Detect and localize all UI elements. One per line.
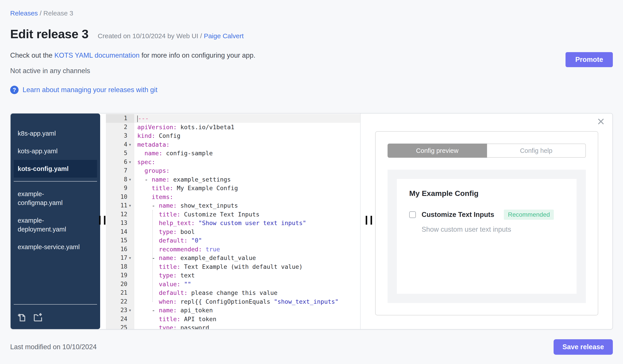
code-text: title: My Example Config bbox=[134, 184, 360, 193]
release-editor-page: Releases / Release 3 Edit release 3 Crea… bbox=[0, 0, 623, 355]
code-line[interactable]: 21 default: please change this value bbox=[106, 288, 360, 297]
code-line[interactable]: 6▾spec: bbox=[106, 158, 360, 166]
config-item-row: Customize Text Inputs Recommended bbox=[409, 210, 564, 220]
tab-config-preview[interactable]: Config preview bbox=[388, 143, 487, 158]
code-line[interactable]: 12 title: Customize Text Inputs bbox=[106, 210, 360, 219]
line-number-gutter: 17▾ bbox=[106, 254, 134, 263]
code-line[interactable]: 11▾ - name: show_text_inputs bbox=[106, 201, 360, 210]
file-list: k8s-app.yamlkots-app.yamlkots-config.yam… bbox=[11, 124, 100, 256]
close-preview-button[interactable] bbox=[597, 118, 605, 126]
yaml-code-editor[interactable]: 1---2apiVersion: kots.io/v1beta13kind: C… bbox=[106, 114, 361, 329]
breadcrumb-releases-link[interactable]: Releases bbox=[10, 9, 38, 17]
code-line[interactable]: 7 groups: bbox=[106, 166, 360, 175]
line-number-gutter: 3 bbox=[106, 131, 134, 140]
line-number-gutter: 16 bbox=[106, 245, 134, 254]
code-line[interactable]: 18 title: Text Example (with default val… bbox=[106, 263, 360, 271]
code-line[interactable]: 25 type: password bbox=[106, 323, 360, 329]
code-line[interactable]: 10 items: bbox=[106, 193, 360, 202]
promote-button[interactable]: Promote bbox=[565, 52, 613, 67]
created-info: Created on 10/10/2024 by Web UI / Paige … bbox=[98, 32, 244, 40]
code-line[interactable]: 16 recommended: true bbox=[106, 245, 360, 254]
sidebar-item-k8s-app.yaml[interactable]: k8s-app.yaml bbox=[14, 124, 97, 142]
tab-config-help[interactable]: Config help bbox=[487, 143, 586, 158]
line-number-gutter: 24 bbox=[106, 315, 134, 324]
docs-hint: Check out the KOTS YAML documentation fo… bbox=[10, 51, 613, 60]
new-folder-button[interactable] bbox=[33, 312, 43, 323]
preview-tabs: Config preview Config help bbox=[388, 143, 586, 158]
code-text: groups: bbox=[134, 166, 360, 175]
last-modified-text: Last modified on 10/10/2024 bbox=[10, 343, 97, 351]
fold-arrow-icon[interactable]: ▾ bbox=[127, 254, 133, 263]
code-line[interactable]: 19 type: text bbox=[106, 271, 360, 280]
code-line[interactable]: 4▾metadata: bbox=[106, 140, 360, 149]
config-group-title: My Example Config bbox=[409, 189, 564, 198]
code-line[interactable]: 14 type: bool bbox=[106, 227, 360, 236]
code-line[interactable]: 8▾ - name: example_settings bbox=[106, 175, 360, 184]
config-item-label: Customize Text Inputs bbox=[422, 211, 494, 219]
code-text: --- bbox=[134, 114, 360, 123]
file-actions bbox=[11, 308, 100, 329]
new-folder-icon bbox=[33, 320, 43, 323]
code-text: title: Customize Text Inputs bbox=[134, 210, 360, 219]
code-line[interactable]: 24 title: API token bbox=[106, 315, 360, 324]
line-number-gutter: 6▾ bbox=[106, 158, 134, 166]
line-number-gutter: 2 bbox=[106, 123, 134, 132]
sidebar-item-example-deployment.yaml[interactable]: example-deployment.yaml bbox=[14, 212, 97, 238]
code-line[interactable]: 9 title: My Example Config bbox=[106, 184, 360, 193]
code-line[interactable]: 1--- bbox=[106, 114, 360, 123]
line-number-gutter: 4▾ bbox=[106, 140, 134, 149]
line-number-gutter: 8▾ bbox=[106, 175, 134, 184]
code-line[interactable]: 17▾ - name: example_default_value bbox=[106, 254, 360, 263]
sidebar-item-example-configmap.yaml[interactable]: example-configmap.yaml bbox=[14, 185, 97, 212]
code-line[interactable]: 2apiVersion: kots.io/v1beta1 bbox=[106, 123, 360, 132]
line-number-gutter: 9 bbox=[106, 184, 134, 193]
sidebar-item-kots-config.yaml[interactable]: kots-config.yaml bbox=[14, 160, 97, 178]
preview-card: Config preview Config help My Example Co… bbox=[375, 131, 598, 315]
code-line[interactable]: 5 name: config-sample bbox=[106, 149, 360, 158]
code-line[interactable]: 13 help_text: "Show custom user text inp… bbox=[106, 219, 360, 227]
close-icon bbox=[597, 123, 605, 126]
line-number-gutter: 15 bbox=[106, 236, 134, 245]
line-number-gutter: 5 bbox=[106, 149, 134, 158]
code-line[interactable]: 22 when: repl{{ ConfigOptionEquals "show… bbox=[106, 297, 360, 306]
code-line[interactable]: 15 default: "0" bbox=[106, 236, 360, 245]
code-text: - name: api_token bbox=[134, 306, 360, 315]
fold-arrow-icon[interactable]: ▾ bbox=[127, 140, 133, 149]
save-release-button[interactable]: Save release bbox=[554, 339, 613, 355]
line-number-gutter: 10 bbox=[106, 193, 134, 202]
footer: Last modified on 10/10/2024 Save release bbox=[10, 339, 613, 355]
sidebar-resize-handle[interactable] bbox=[99, 216, 106, 225]
fold-arrow-icon[interactable]: ▾ bbox=[127, 306, 133, 315]
code-text: type: password bbox=[134, 323, 360, 329]
release-editor: k8s-app.yamlkots-app.yamlkots-config.yam… bbox=[10, 113, 613, 329]
config-group-card: My Example Config Customize Text Inputs … bbox=[397, 179, 577, 294]
file-sidebar: k8s-app.yamlkots-app.yamlkots-config.yam… bbox=[11, 114, 100, 329]
line-number-gutter: 13 bbox=[106, 219, 134, 227]
code-line[interactable]: 3kind: Config bbox=[106, 131, 360, 140]
customize-text-inputs-checkbox[interactable] bbox=[409, 211, 416, 218]
code-text: when: repl{{ ConfigOptionEquals "show_te… bbox=[134, 297, 360, 306]
title-row: Edit release 3 Created on 10/10/2024 by … bbox=[10, 27, 613, 41]
author-link[interactable]: Paige Calvert bbox=[204, 32, 244, 40]
git-releases-link[interactable]: Learn about managing your releases with … bbox=[22, 86, 157, 94]
line-number-gutter: 21 bbox=[106, 288, 134, 297]
code-text: - name: show_text_inputs bbox=[134, 201, 360, 210]
breadcrumb: Releases / Release 3 bbox=[10, 9, 613, 17]
kots-yaml-docs-link[interactable]: KOTS YAML documentation bbox=[54, 51, 139, 59]
code-line[interactable]: 23▾ - name: api_token bbox=[106, 306, 360, 315]
fold-arrow-icon[interactable]: ▾ bbox=[127, 158, 133, 166]
code-line[interactable]: 20 value: "" bbox=[106, 280, 360, 289]
editor-resize-handle[interactable] bbox=[366, 216, 372, 225]
preview-body: My Example Config Customize Text Inputs … bbox=[388, 170, 586, 303]
breadcrumb-current: Release 3 bbox=[43, 9, 73, 17]
code-text: title: Text Example (with default value) bbox=[134, 263, 360, 271]
line-number-gutter: 25 bbox=[106, 323, 134, 329]
code-text: default: "0" bbox=[134, 236, 360, 245]
code-text: type: bool bbox=[134, 227, 360, 236]
sidebar-item-example-service.yaml[interactable]: example-service.yaml bbox=[14, 238, 97, 256]
fold-arrow-icon[interactable]: ▾ bbox=[127, 175, 133, 184]
line-number-gutter: 19 bbox=[106, 271, 134, 280]
fold-arrow-icon[interactable]: ▾ bbox=[127, 201, 133, 210]
sidebar-item-kots-app.yaml[interactable]: kots-app.yaml bbox=[14, 142, 97, 160]
new-file-button[interactable] bbox=[16, 312, 27, 323]
